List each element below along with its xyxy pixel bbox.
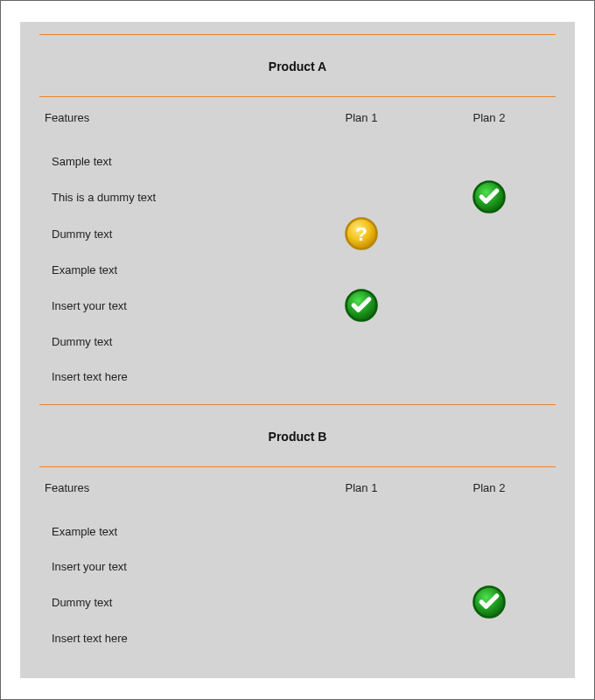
plan2-cell: [428, 288, 550, 323]
column-header-plan1: Plan 1: [300, 111, 423, 124]
feature-label: Insert text here: [52, 628, 295, 648]
feature-row: This is a dummy text: [52, 178, 550, 215]
column-header-features: Features: [45, 481, 295, 494]
feature-row: Dummy text ?: [52, 215, 550, 252]
plan1-cell: [300, 252, 423, 287]
plan2-cell: [428, 216, 550, 251]
column-header-row: Features Plan 1 Plan 2: [39, 97, 556, 136]
feature-label: Insert your text: [52, 556, 295, 577]
svg-text:?: ?: [355, 222, 368, 245]
plan2-cell: [428, 549, 550, 584]
plan2-cell: [428, 359, 550, 394]
plan1-cell: [300, 514, 423, 549]
plan1-cell: [300, 549, 423, 584]
feature-label: Dummy text: [52, 592, 295, 612]
plan2-cell: [428, 514, 550, 549]
column-header-plan2: Plan 2: [428, 481, 550, 494]
plan1-cell: [300, 287, 423, 324]
page-frame: Product A Features Plan 1 Plan 2 Sample …: [0, 0, 595, 700]
plan1-cell: [300, 324, 423, 359]
feature-label: Example text: [52, 260, 295, 280]
feature-list: Example textInsert your textDummy text I…: [39, 507, 556, 666]
feature-row: Sample text: [52, 144, 550, 178]
feature-label: Dummy text: [52, 332, 295, 352]
feature-row: Example text: [52, 252, 550, 287]
feature-row: Insert your text: [52, 287, 550, 324]
plan1-cell: ?: [300, 215, 423, 252]
feature-row: Dummy text: [52, 324, 550, 359]
plan1-cell: [300, 359, 423, 394]
feature-row: Insert text here: [52, 620, 550, 655]
feature-row: Insert text here: [52, 359, 550, 394]
plan1-cell: [300, 179, 423, 214]
feature-row: Dummy text: [52, 584, 550, 620]
plan2-cell: [428, 144, 550, 178]
feature-list: Sample textThis is a dummy text Dummy te…: [39, 136, 556, 404]
column-header-plan2: Plan 2: [428, 111, 550, 124]
plan2-cell: [428, 324, 550, 359]
feature-label: This is a dummy text: [52, 187, 295, 207]
check-icon: [471, 178, 508, 215]
feature-label: Insert text here: [52, 367, 295, 387]
feature-label: Sample text: [52, 151, 295, 172]
column-header-features: Features: [45, 111, 295, 124]
plan1-cell: [300, 620, 423, 655]
feature-label: Dummy text: [52, 224, 295, 244]
column-header-plan1: Plan 1: [300, 481, 423, 494]
product-title: Product A: [39, 35, 556, 96]
feature-label: Insert your text: [52, 296, 295, 316]
content-panel: Product A Features Plan 1 Plan 2 Sample …: [20, 22, 575, 678]
plan2-cell: [428, 178, 550, 215]
check-icon: [471, 584, 508, 620]
plan2-cell: [428, 584, 550, 620]
feature-row: Insert your text: [52, 549, 550, 584]
feature-row: Example text: [52, 514, 550, 549]
feature-label: Example text: [52, 522, 295, 542]
plan2-cell: [428, 252, 550, 287]
question-icon: ?: [343, 215, 380, 252]
product-title: Product B: [39, 405, 556, 466]
plan1-cell: [300, 584, 423, 620]
plan1-cell: [300, 144, 423, 178]
check-icon: [343, 287, 380, 324]
plan2-cell: [428, 620, 550, 655]
column-header-row: Features Plan 1 Plan 2: [39, 467, 556, 507]
